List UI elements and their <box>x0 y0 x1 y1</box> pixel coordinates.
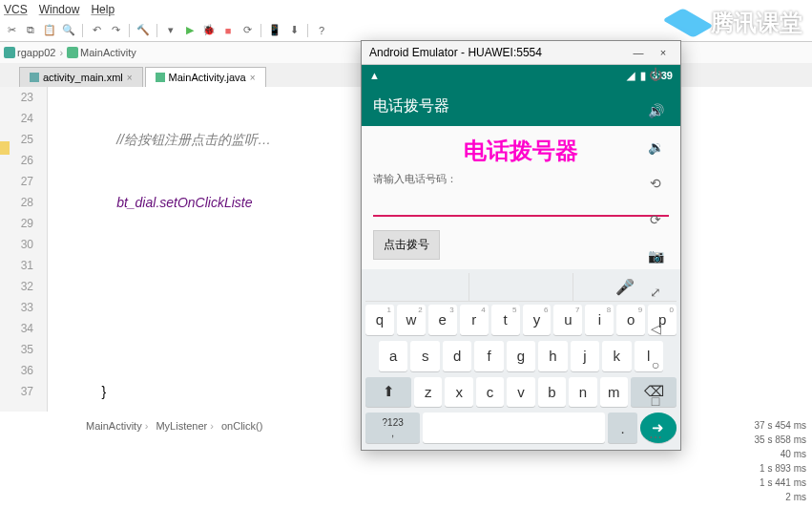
key-i[interactable]: i8 <box>585 305 614 335</box>
tab-activity-main-xml[interactable]: activity_main.xml × <box>19 67 143 87</box>
key-w[interactable]: w2 <box>397 305 426 335</box>
key-n[interactable]: n <box>569 377 596 408</box>
xml-file-icon <box>30 73 39 82</box>
line-number: 23 <box>0 87 33 108</box>
bc-method[interactable]: onClick() <box>221 420 262 432</box>
suggestion-bar: 🎤 <box>365 273 677 302</box>
app-content: 电话拨号器 请输入电话号码： 点击拨号 <box>362 126 680 269</box>
key-q[interactable]: q1 <box>365 305 394 335</box>
java-file-icon <box>156 73 165 82</box>
keyboard-row-2: asdfghjkl <box>365 338 677 374</box>
line-number: 30 <box>0 234 33 255</box>
period-key[interactable]: . <box>608 413 637 443</box>
key-c[interactable]: c <box>476 377 504 408</box>
key-s[interactable]: s <box>410 341 439 371</box>
key-r[interactable]: r4 <box>460 305 489 335</box>
overview-icon[interactable]: □ <box>646 392 665 411</box>
line-number: 29 <box>0 213 33 234</box>
more-icon[interactable]: ⋯ <box>646 428 665 447</box>
emulator-screen: ▲ ◢ ▮ 3:39 电话拨号器 电话拨号器 请输入电话号码： 点击拨号 🎤 q… <box>362 64 680 450</box>
key-e[interactable]: e3 <box>428 305 457 335</box>
key-d[interactable]: d <box>443 341 471 371</box>
key-z[interactable]: z <box>414 377 442 408</box>
breadcrumb-label: rgapp02 <box>17 47 55 58</box>
signal-icon: ◢ <box>627 70 635 82</box>
key-k[interactable]: k <box>602 341 631 371</box>
gutter-highlight <box>0 141 10 155</box>
volume-up-icon[interactable]: 🔊 <box>646 101 665 120</box>
close-icon[interactable]: × <box>127 73 133 83</box>
key-a[interactable]: a <box>379 341 407 371</box>
key-j[interactable]: j <box>571 341 599 371</box>
menu-vcs[interactable]: VCS <box>4 3 28 16</box>
emulator-side-toolbar: ⏻ 🔊 🔉 ⟲ ⟳ 📷 ⤢ ◁ ○ □ ⋯ <box>641 55 670 447</box>
dial-button[interactable]: 点击拨号 <box>373 230 440 260</box>
run-config-icon[interactable]: ▾ <box>163 23 178 38</box>
line-number: 27 <box>0 171 33 192</box>
breadcrumb-module[interactable]: rgapp02 <box>4 47 55 58</box>
key-g[interactable]: g <box>507 341 535 371</box>
key-x[interactable]: x <box>445 377 472 408</box>
key-m[interactable]: m <box>600 377 628 408</box>
key-f[interactable]: f <box>474 341 503 371</box>
code-text: } <box>102 384 107 399</box>
editor-breadcrumb: MainActivity MyListener onClick() <box>86 420 262 432</box>
suggestion-cell[interactable] <box>469 273 573 301</box>
suggestion-cell[interactable] <box>365 273 469 301</box>
key-t[interactable]: t5 <box>491 305 520 335</box>
shift-key[interactable]: ⬆ <box>365 377 411 408</box>
sdk-icon[interactable]: ⬇ <box>286 23 302 38</box>
sync-icon[interactable]: ⟳ <box>239 23 255 38</box>
redo-icon[interactable]: ↷ <box>108 23 123 38</box>
volume-down-icon[interactable]: 🔉 <box>646 138 665 157</box>
timing-line: 2 ms <box>755 490 806 504</box>
menu-window[interactable]: Window <box>39 3 80 16</box>
close-icon[interactable]: × <box>250 73 256 83</box>
power-icon[interactable]: ⏻ <box>646 65 665 84</box>
android-statusbar: ▲ ◢ ▮ 3:39 <box>362 65 680 86</box>
key-h[interactable]: h <box>538 341 567 371</box>
line-number: 28 <box>0 192 33 213</box>
bc-inner-class[interactable]: MyListener <box>156 420 214 432</box>
module-icon <box>4 47 15 58</box>
code-comment: //给按钮注册点击的监听… <box>116 132 271 147</box>
key-y[interactable]: y6 <box>523 305 552 335</box>
camera-icon[interactable]: 📷 <box>646 246 665 265</box>
key-u[interactable]: u7 <box>553 305 582 335</box>
separator <box>129 24 130 37</box>
key-b[interactable]: b <box>538 377 566 408</box>
line-number: 33 <box>0 297 33 318</box>
chevron-right-icon: › <box>59 47 63 58</box>
rotate-left-icon[interactable]: ⟲ <box>646 174 665 193</box>
line-number: 31 <box>0 255 33 276</box>
bc-class[interactable]: MainActivity <box>86 420 148 432</box>
back-icon[interactable]: ◁ <box>646 319 665 338</box>
tab-main-activity-java[interactable]: MainActivity.java × <box>145 67 266 87</box>
undo-icon[interactable]: ↶ <box>89 23 104 38</box>
debug-icon[interactable]: 🐞 <box>201 23 217 38</box>
copy-icon[interactable]: ⧉ <box>23 23 38 38</box>
line-number: 32 <box>0 276 33 297</box>
space-key[interactable] <box>423 413 605 443</box>
breadcrumb-class[interactable]: MainActivity <box>67 47 136 58</box>
key-v[interactable]: v <box>507 377 534 408</box>
help-icon[interactable]: ? <box>314 23 329 38</box>
emulator-titlebar[interactable]: Android Emulator - HUAWEI:5554 — × <box>362 41 680 64</box>
tab-label: activity_main.xml <box>43 72 123 83</box>
run-icon[interactable]: ▶ <box>182 23 198 38</box>
build-icon[interactable]: 🔨 <box>135 23 151 38</box>
search-icon[interactable]: 🔍 <box>61 23 76 38</box>
symbols-key[interactable]: ?123 , <box>365 413 420 443</box>
separator <box>307 24 308 37</box>
menu-help[interactable]: Help <box>91 3 115 16</box>
rotate-right-icon[interactable]: ⟳ <box>646 210 665 229</box>
cut-icon[interactable]: ✂ <box>4 23 19 38</box>
phone-input[interactable] <box>373 190 669 217</box>
avd-icon[interactable]: 📱 <box>267 23 282 38</box>
zoom-icon[interactable]: ⤢ <box>646 283 665 302</box>
warning-icon: ▲ <box>369 70 380 81</box>
paste-icon[interactable]: 📋 <box>42 23 57 38</box>
app-bar-title: 电话拨号器 <box>373 96 449 116</box>
stop-icon[interactable]: ■ <box>220 23 236 38</box>
home-icon[interactable]: ○ <box>646 355 665 374</box>
